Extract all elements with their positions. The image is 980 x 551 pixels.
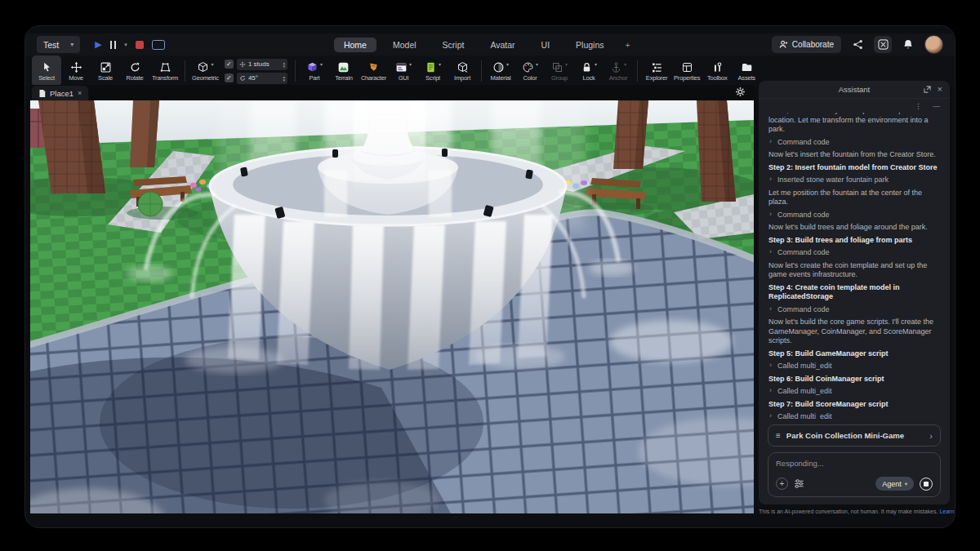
assistant-input-box[interactable]: Responding... + Agent ▾ [768,452,941,497]
viewport-settings-button[interactable] [735,86,746,100]
menu-tab-avatar[interactable]: Avatar [480,38,524,52]
stepper-arrows[interactable]: ▴▾ [283,61,285,68]
menu-tab-bar: Home Model Script Avatar UI Plugins + [301,38,635,52]
viewport-3d-scene[interactable] [30,100,754,513]
studio-window: Test ▾ ▶ ▾ Home Model Script Avatar UI P… [24,25,956,528]
properties-icon [681,61,693,73]
ai-disclaimer: This is an AI-powered conversation, not … [759,509,950,514]
playtest-device-label: Test [43,40,59,50]
snap-rotate-checkbox[interactable]: ✓ [225,73,234,82]
document-tabstrip: Place1 × [30,85,754,100]
close-tab-icon[interactable]: × [78,89,82,97]
tool-material[interactable]: ▾ Material [486,56,515,87]
pause-button[interactable] [110,41,117,49]
tool-script[interactable]: ▾ Script [418,56,448,87]
hub-icon [878,39,889,50]
tool-label: GUI [399,74,409,82]
doc-tab-place1[interactable]: Place1 × [32,86,88,100]
attach-button[interactable]: + [776,478,788,490]
tool-assets[interactable]: Assets [732,56,761,87]
tool-terrain[interactable]: Terrain [329,56,359,87]
snap-move-stepper[interactable]: 1 studs ▴▾ [237,59,287,70]
playtest-device-dropdown[interactable]: Test ▾ [37,36,80,53]
device-emulator-button[interactable] [152,40,165,50]
assistant-tool-call[interactable]: Called multi_edit [768,412,940,420]
tool-label: Anchor [609,74,628,82]
assistant-tool-call[interactable]: Command code [768,138,940,148]
assistant-message: Now let's build the core game scripts. I… [768,318,940,346]
assistant-tool-call[interactable]: Command code [768,305,940,315]
agent-mode-dropdown[interactable]: Agent ▾ [875,477,914,491]
menu-tab-script[interactable]: Script [433,38,474,52]
stop-button[interactable] [136,41,144,49]
dropdown-caret-icon: ▾ [439,61,441,67]
tool-anchor[interactable]: ▾ Anchor [604,56,633,87]
collaborate-label: Collaborate [792,40,834,49]
menu-tab-ui[interactable]: UI [532,38,560,52]
tool-label: Toolbox [707,74,727,82]
studio-hub-button[interactable] [874,36,892,53]
learn-more-link[interactable]: Learn More [939,509,956,514]
move-icon [239,61,246,68]
session-card-title: Park Coin Collection Mini-Game [786,431,924,440]
tool-geometric[interactable]: ▾ Geometric [189,56,221,87]
dropdown-caret-icon: ▾ [565,61,568,67]
tool-toolbox[interactable]: Toolbox [702,56,732,87]
pop-out-icon[interactable] [924,86,931,93]
share-button[interactable] [849,36,866,53]
play-button[interactable]: ▶ [95,40,101,49]
snap-rotate-stepper[interactable]: 45° ▴▾ [237,73,287,84]
tool-import[interactable]: Import [448,56,477,87]
notifications-button[interactable] [899,36,917,53]
menu-tab-plugins[interactable]: Plugins [566,38,613,52]
menu-tab-home[interactable]: Home [334,38,376,52]
tool-label: Script [425,74,440,82]
pause-caret-icon[interactable]: ▾ [124,42,127,48]
add-tab-button[interactable]: + [621,38,635,52]
anchor-icon [610,61,622,73]
lock-icon [581,61,593,73]
more-options-icon[interactable]: ⋮ [915,102,922,110]
tool-group[interactable]: ▾ Group [545,56,574,87]
close-panel-icon[interactable]: × [938,85,942,94]
tool-rotate[interactable]: Rotate [120,56,149,87]
scale-icon [100,61,112,73]
assistant-tool-call[interactable]: Command code [768,211,940,220]
snap-move-checkbox[interactable]: ✓ [225,60,234,69]
tool-label: Material [490,74,510,82]
terrain-icon [337,61,350,73]
tool-label: Move [69,74,83,82]
color-palette-icon [522,61,534,73]
tool-character[interactable]: Character [359,56,389,87]
assistant-tool-call[interactable]: Inserted stone water fountain park [768,176,940,185]
assistant-tool-call[interactable]: Called multi_edit [768,387,940,397]
tune-sliders-icon[interactable] [794,478,804,489]
tool-explorer[interactable]: Explorer [642,56,671,87]
tool-scale[interactable]: Scale [91,56,120,87]
assistant-message-list[interactable]: Good, there's already a baseplate and sp… [759,113,950,420]
chevron-right-icon: › [929,431,933,441]
dropdown-caret-icon: ▾ [624,61,626,67]
collapse-icon[interactable]: — [933,102,940,110]
assistant-tool-call[interactable]: Command code [768,248,940,258]
tool-part[interactable]: ▾ Part [300,56,329,87]
tool-select[interactable]: Select [32,56,61,87]
user-avatar[interactable] [924,35,943,54]
session-card[interactable]: ≡ Park Coin Collection Mini-Game › [768,424,941,447]
collaborate-button[interactable]: Collaborate [772,36,841,53]
geometric-cube-icon [197,61,209,73]
tool-gui[interactable]: ▾ GUI [389,56,418,87]
tool-color[interactable]: ▾ Color [515,56,545,87]
stepper-arrows[interactable]: ▴▾ [283,75,285,82]
stop-generating-button[interactable] [920,478,933,491]
menu-tab-model[interactable]: Model [383,38,426,52]
tool-lock[interactable]: ▾ Lock [574,56,604,87]
tool-label: Explorer [646,74,667,82]
disclaimer-text: This is an AI-powered conversation, not … [759,509,938,514]
tool-move[interactable]: Move [61,56,91,87]
tool-properties[interactable]: Properties [671,56,702,87]
tool-transform[interactable]: Transform [149,56,180,87]
part-cube-icon [306,61,318,73]
assistant-tool-call[interactable]: Called multi_edit [768,362,940,371]
group-icon [551,61,564,73]
